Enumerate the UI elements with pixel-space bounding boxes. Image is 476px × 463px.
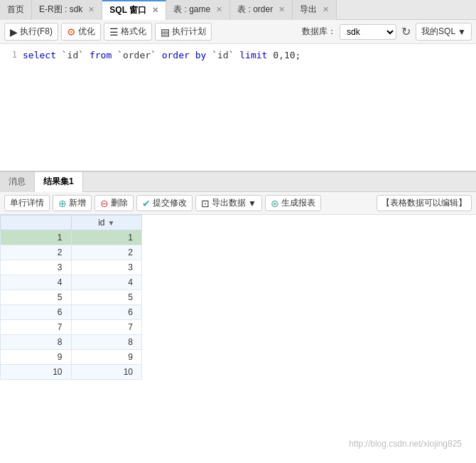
explain-button[interactable]: ▤ 执行计划 [155,23,212,41]
db-selector: 数据库： sdk ↻ 我的SQL ▼ [302,23,472,41]
delete-button[interactable]: ⊖ 删除 [94,195,134,211]
cell-id[interactable]: 3 [71,260,142,275]
sql-line-1: 1 select `id` from `order` order by `id`… [7,50,469,60]
tab-order-label: 表 : order [237,4,273,16]
row-detail-button[interactable]: 单行详情 [4,195,50,211]
result-tab-result1-label: 结果集1 [43,176,74,188]
sql-editor[interactable]: 1 select `id` from `order` order by `id`… [0,44,476,172]
table-row[interactable]: 55 [1,290,142,305]
cell-id[interactable]: 5 [71,290,142,305]
run-icon: ▶ [10,26,18,38]
tab-game[interactable]: 表 : game ✕ [166,0,230,20]
table-row[interactable]: 77 [1,320,142,335]
report-icon: ⊛ [271,198,279,209]
table-row[interactable]: 33 [1,260,142,275]
explain-label: 执行计划 [172,26,206,38]
col-header-id[interactable]: id ▼ [71,215,142,230]
cell-id[interactable]: 10 [71,365,142,380]
cell-id[interactable]: 1 [71,230,142,245]
result-tab-message[interactable]: 消息 [0,172,35,192]
sql-code-1: select `id` from `order` order by `id` l… [23,50,301,60]
row-number: 8 [1,335,72,350]
tab-export-close[interactable]: ✕ [323,5,329,14]
format-label: 格式化 [121,26,146,38]
editable-note: 【表格数据可以编辑】 [377,195,472,211]
cell-id[interactable]: 2 [71,245,142,260]
export-button[interactable]: ⊡ 导出数据 ▼ [195,195,262,211]
tab-er-close[interactable]: ✕ [88,5,94,14]
report-button[interactable]: ⊛ 生成报表 [265,195,321,211]
db-label: 数据库： [302,26,336,38]
row-number: 1 [1,230,72,245]
my-sql-button[interactable]: 我的SQL ▼ [416,23,472,41]
cell-id[interactable]: 4 [71,275,142,290]
submit-label: 提交修改 [153,197,187,209]
tab-er-label: E-R图 : sdk [39,4,82,16]
explain-icon: ▤ [161,26,170,38]
format-icon: ☰ [109,26,119,38]
export-arrow: ▼ [248,198,256,208]
table-row[interactable]: 44 [1,275,142,290]
cell-id[interactable]: 6 [71,305,142,320]
row-detail-label: 单行详情 [10,197,44,209]
tab-er[interactable]: E-R图 : sdk ✕ [32,0,102,20]
tab-order[interactable]: 表 : order ✕ [230,0,293,20]
add-label: 新增 [69,197,86,209]
tab-export-label: 导出 [300,4,317,16]
table-row[interactable]: 99 [1,350,142,365]
table-row[interactable]: 11 [1,230,142,245]
cell-id[interactable]: 7 [71,320,142,335]
result-tab-bar: 消息 结果集1 [0,172,476,192]
run-label: 执行(F8) [20,26,53,38]
report-label: 生成报表 [281,197,315,209]
line-number-1: 1 [7,50,17,60]
tab-export[interactable]: 导出 ✕ [293,0,337,20]
row-number: 5 [1,290,72,305]
row-number: 4 [1,275,72,290]
format-button[interactable]: ☰ 格式化 [104,23,152,41]
tab-sql[interactable]: SQL 窗口 ✕ [102,0,166,20]
run-button[interactable]: ▶ 执行(F8) [4,23,58,41]
tab-bar: 首页 E-R图 : sdk ✕ SQL 窗口 ✕ 表 : game ✕ 表 : … [0,0,476,20]
col-sort-icon[interactable]: ▼ [107,219,114,227]
result-toolbar: 单行详情 ⊕ 新增 ⊖ 删除 ✔ 提交修改 ⊡ 导出数据 ▼ ⊛ 生成报表 【表… [0,192,476,215]
cell-id[interactable]: 8 [71,335,142,350]
refresh-button[interactable]: ↻ [400,23,412,40]
add-icon: ⊕ [58,198,67,209]
row-number: 7 [1,320,72,335]
my-sql-arrow: ▼ [458,27,466,37]
table-row[interactable]: 88 [1,335,142,350]
tab-game-close[interactable]: ✕ [216,5,222,14]
table-row[interactable]: 1010 [1,365,142,380]
add-button[interactable]: ⊕ 新增 [53,195,92,211]
main-toolbar: ▶ 执行(F8) ⚙ 优化 ☰ 格式化 ▤ 执行计划 数据库： sdk ↻ 我的… [0,20,476,44]
submit-button[interactable]: ✔ 提交修改 [136,195,193,211]
delete-icon: ⊖ [100,198,109,209]
optimize-icon: ⚙ [67,26,76,38]
row-number: 10 [1,365,72,380]
tab-sql-label: SQL 窗口 [109,4,146,16]
tab-home-label: 首页 [7,4,24,16]
cell-id[interactable]: 9 [71,350,142,365]
row-number: 3 [1,260,72,275]
submit-icon: ✔ [142,198,151,209]
row-number: 9 [1,350,72,365]
result-tab-message-label: 消息 [9,176,26,188]
optimize-label: 优化 [78,26,95,38]
data-table-wrap[interactable]: id ▼ 1122334455667788991010 [0,215,476,463]
db-select[interactable]: sdk [340,24,396,40]
tab-home[interactable]: 首页 [0,0,32,20]
data-table: id ▼ 1122334455667788991010 [0,215,142,380]
my-sql-label: 我的SQL [421,26,455,38]
table-row[interactable]: 22 [1,245,142,260]
row-number: 6 [1,305,72,320]
tab-game-label: 表 : game [173,4,210,16]
export-label: 导出数据 [212,197,246,209]
table-row[interactable]: 66 [1,305,142,320]
result-tab-result1[interactable]: 结果集1 [35,172,83,192]
export-icon: ⊡ [201,198,210,209]
optimize-button[interactable]: ⚙ 优化 [61,23,101,41]
tab-sql-close[interactable]: ✕ [152,6,158,15]
tab-order-close[interactable]: ✕ [278,5,285,14]
delete-label: 删除 [111,197,128,209]
